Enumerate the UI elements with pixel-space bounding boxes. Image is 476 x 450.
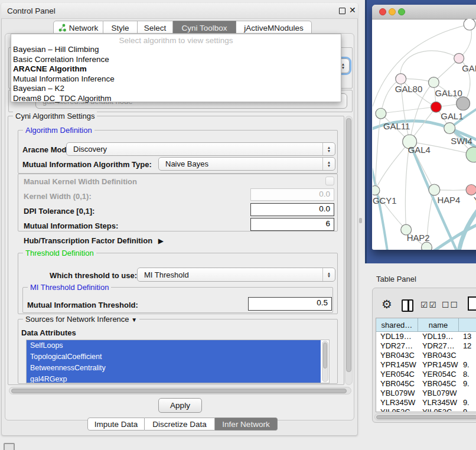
network-edge[interactable] [405, 142, 409, 230]
attribute-item[interactable]: SelfLoops [27, 340, 321, 351]
tab-discretize-data[interactable]: Discretize Data [145, 418, 215, 431]
network-node[interactable] [422, 242, 432, 250]
node-table[interactable]: shared…name YDL19…YDL19…13YDR27…YDR27…12… [376, 318, 476, 412]
close-traffic-light-icon[interactable] [379, 8, 386, 15]
hub-definition-label[interactable]: Hub/Transcription Factor Definition ▶ [24, 236, 164, 245]
network-window-titlebar[interactable] [372, 5, 476, 19]
settings-scrollbar[interactable] [345, 116, 353, 385]
column-header[interactable] [459, 318, 476, 332]
table-row[interactable]: YBR045CYBR045C9. [376, 379, 476, 389]
network-node[interactable] [373, 186, 380, 195]
mi-steps-label: Mutual Information Steps: [24, 221, 118, 230]
minimized-panel-icon[interactable] [4, 443, 15, 450]
table-cell: YPR145W [418, 360, 459, 370]
dpi-tolerance-field[interactable]: 0.0 [250, 203, 334, 216]
tab-impute-data[interactable]: Impute Data [87, 418, 145, 431]
manual-kernel-checkbox[interactable] [325, 177, 334, 185]
mi-type-label: Mutual Information Algorithm Type: [22, 160, 152, 169]
network-edge[interactable] [381, 107, 436, 113]
algorithm-option[interactable]: Bayesian – K2 [11, 84, 341, 94]
mi-type-combo[interactable]: Naive Bayes ▲▼ [158, 157, 335, 171]
network-edge[interactable] [375, 142, 410, 191]
apply-button[interactable]: Apply [158, 398, 202, 413]
table-panel-title: Table Panel [376, 275, 416, 283]
network-node[interactable] [431, 102, 441, 112]
tab-infer-network[interactable]: Infer Network [215, 418, 278, 431]
table-row[interactable]: YDL19…YDL19…13 [376, 332, 476, 341]
table-row[interactable]: YBL079WYBL079W [376, 389, 476, 398]
node-label: GAL11 [383, 122, 410, 131]
column-header[interactable]: shared… [376, 318, 418, 332]
sources-group-title[interactable]: Sources for Network Inference ▼ [23, 315, 139, 324]
column-header[interactable]: name [418, 318, 459, 332]
attribute-item[interactable]: TopologicalCoefficient [27, 351, 321, 363]
expand-right-icon[interactable]: ▶ [158, 237, 164, 245]
table-row[interactable]: YLR345WYLR345W9. [376, 398, 476, 407]
collapse-down-icon[interactable]: ▼ [131, 317, 137, 323]
close-icon[interactable]: ✕ [349, 5, 356, 15]
gear-icon[interactable]: ⚙ [382, 297, 392, 311]
network-canvas[interactable]: GALGAL80GAL10GAL1SWI4GAL11GAL4GCY1HAP4YH… [373, 19, 476, 250]
minimize-traffic-light-icon[interactable] [389, 8, 396, 15]
float-window-icon[interactable] [339, 8, 345, 14]
network-node[interactable] [376, 108, 386, 119]
mi-type-value: Naive Bayes [165, 159, 208, 168]
mi-threshold-group-title: MI Threshold Definition [28, 283, 111, 292]
aracne-mode-value: Discovery [73, 145, 107, 154]
aracne-mode-combo[interactable]: Discovery ▲▼ [66, 142, 335, 156]
manual-kernel-label: Manual Kernel Width Definition [24, 177, 137, 186]
table-cell: YBR043C [376, 351, 418, 360]
network-node[interactable] [457, 97, 470, 110]
kernel-width-field[interactable]: 0.0 [250, 188, 334, 201]
algorithm-option[interactable]: Basic Correlation Inference [11, 55, 341, 65]
algorithm-option[interactable]: ARACNE Algorithm [11, 64, 341, 74]
combo-stepper-icon: ▲▼ [322, 158, 335, 170]
attribute-item[interactable]: BetweennessCentrality [27, 363, 321, 374]
mi-steps-field[interactable]: 6 [250, 218, 334, 231]
table-cell: YBR045C [418, 379, 459, 389]
network-edge[interactable] [381, 79, 401, 114]
algorithm-option[interactable]: Mutual Information Inference [11, 74, 341, 84]
algorithm-option[interactable]: Bayesian – Hill Climbing [11, 45, 341, 55]
table-cell [459, 389, 476, 398]
table-row[interactable]: YPR145WYPR145W9. [376, 360, 476, 370]
table-row[interactable]: YIL052CYIL052C9 [376, 407, 476, 412]
table-hscrollbar[interactable] [374, 413, 476, 420]
mi-threshold-field[interactable]: 0.5 [248, 297, 332, 311]
network-node[interactable] [464, 19, 475, 30]
network-node[interactable] [466, 147, 476, 162]
node-label: GAL80 [395, 84, 422, 94]
attribute-item[interactable]: gal4RGexp [27, 374, 321, 383]
node-label: GAL10 [435, 89, 462, 98]
unselect-all-icon[interactable]: ☐☐ [442, 300, 459, 309]
settings-hscrollbar[interactable] [9, 387, 351, 394]
network-node[interactable] [466, 185, 476, 195]
table-cell: 13 [459, 332, 476, 341]
document-icon[interactable] [468, 296, 476, 311]
table-cell: YLR345W [376, 398, 418, 407]
which-threshold-value: MI Threshold [144, 270, 189, 279]
node-label: HAP4 [437, 195, 460, 205]
network-node[interactable] [396, 74, 406, 84]
table-cell: YBL079W [376, 389, 418, 398]
network-node[interactable] [454, 53, 464, 63]
columns-icon[interactable] [402, 299, 413, 312]
screenshot-root: Control Panel ✕ NetworkStyleSelectCyni T… [0, 0, 476, 450]
settings-group-title: Cyni Algorithm Settings [13, 112, 97, 120]
table-row[interactable]: YDR27…YDR27…12 [376, 341, 476, 351]
data-attributes-list[interactable]: SelfLoopsTopologicalCoefficientBetweenne… [26, 340, 330, 383]
splitter-handle[interactable] [359, 218, 362, 223]
network-node[interactable] [428, 77, 439, 88]
algorithm-option[interactable]: Dream8 DC_TDC Algorithm [11, 94, 341, 104]
network-edge[interactable] [400, 51, 459, 79]
table-cell: YDR27… [376, 341, 418, 351]
zoom-traffic-light-icon[interactable] [398, 8, 405, 15]
table-row[interactable]: YER054CYER054C8. [376, 370, 476, 379]
select-all-icon[interactable]: ☑☑ [420, 300, 438, 309]
network-node[interactable] [444, 123, 455, 134]
attributes-list-scrollbar[interactable] [322, 341, 328, 382]
threshold-definition-title: Threshold Definition [23, 249, 96, 257]
table-row[interactable]: YBR043CYBR043C [376, 351, 476, 360]
network-node[interactable] [429, 184, 440, 195]
which-threshold-combo[interactable]: MI Threshold ▲▼ [137, 268, 335, 282]
